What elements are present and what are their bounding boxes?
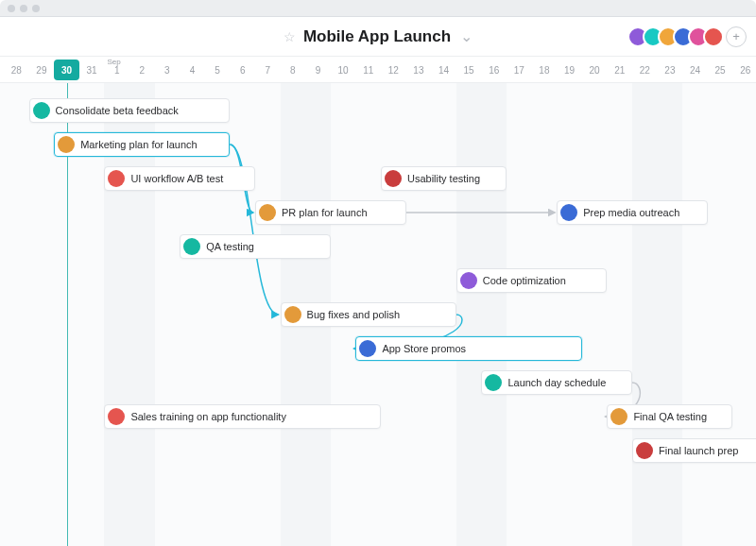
date-cell[interactable]: 11 [355, 57, 381, 83]
window-minimize-dot[interactable] [20, 5, 27, 12]
app-window: ☆ Mobile App Launch ⌄ + Sep 282930311234… [0, 0, 756, 546]
date-cell[interactable]: 6 [230, 57, 255, 83]
assignee-avatar [359, 340, 376, 357]
assignee-avatar [636, 442, 653, 459]
task-bar[interactable]: Sales training on app functionality [104, 404, 381, 429]
date-cell[interactable]: 19 [557, 57, 582, 83]
date-cell[interactable]: 8 [281, 57, 306, 83]
task-label: Usability testing [407, 173, 480, 184]
task-bar[interactable]: Consolidate beta feedback [29, 98, 231, 123]
task-bar[interactable]: PR plan for launch [255, 200, 406, 225]
project-members: + [633, 26, 747, 47]
assignee-avatar [385, 170, 402, 187]
date-cell[interactable]: 21 [607, 57, 632, 83]
date-cell[interactable]: 25 [708, 57, 733, 83]
window-titlebar [0, 0, 756, 17]
date-cell[interactable]: 12 [381, 57, 406, 83]
task-bar[interactable]: Launch day schedule [481, 370, 632, 395]
date-cell[interactable]: 10 [331, 57, 356, 83]
weekend-band [632, 83, 682, 546]
task-label: Final launch prep [659, 445, 738, 456]
date-cell[interactable]: 5 [205, 57, 231, 83]
assignee-avatar [259, 204, 276, 221]
date-cell[interactable]: 17 [507, 57, 532, 83]
date-cell[interactable]: 9 [305, 57, 331, 83]
date-cell[interactable]: 3 [155, 57, 180, 83]
task-label: Consolidate beta feedback [56, 105, 179, 116]
task-label: Code optimization [483, 275, 566, 286]
date-cell[interactable]: 7 [255, 57, 281, 83]
assignee-avatar [108, 408, 125, 425]
date-cell[interactable]: 23 [658, 57, 683, 83]
date-cell[interactable]: 24 [682, 57, 708, 83]
task-bar[interactable]: Final launch prep [632, 438, 756, 463]
assignee-avatar [610, 408, 627, 425]
star-icon[interactable]: ☆ [284, 29, 296, 44]
project-title: Mobile App Launch [303, 27, 451, 46]
task-bar[interactable]: Code optimization [456, 268, 608, 293]
timeline-canvas[interactable]: Sep 282930311234567891011121314151617181… [0, 57, 756, 546]
date-cell[interactable]: 16 [481, 57, 507, 83]
task-label: Sales training on app functionality [130, 411, 286, 422]
date-axis: Sep 282930311234567891011121314151617181… [0, 57, 756, 83]
assignee-avatar [33, 102, 50, 119]
date-cell[interactable]: 29 [29, 57, 55, 83]
task-bar[interactable]: Prep media outreach [557, 200, 708, 225]
task-label: Final QA testing [633, 411, 707, 422]
assignee-avatar [485, 374, 502, 391]
date-cell[interactable]: 15 [456, 57, 482, 83]
weekend-band [456, 83, 507, 546]
date-cell[interactable]: 13 [406, 57, 432, 83]
task-label: App Store promos [382, 343, 466, 354]
assignee-avatar [284, 306, 301, 323]
assignee-avatar [108, 170, 125, 187]
task-label: QA testing [206, 241, 254, 252]
task-bar[interactable]: QA testing [180, 234, 331, 259]
date-cell[interactable]: 14 [431, 57, 456, 83]
task-bar[interactable]: Marketing plan for launch [54, 132, 230, 157]
task-bar[interactable]: UI workflow A/B test [104, 166, 255, 191]
task-bar[interactable]: Final QA testing [607, 404, 732, 429]
date-cell[interactable]: 2 [129, 57, 155, 83]
date-cell[interactable]: 4 [180, 57, 205, 83]
chevron-down-icon[interactable]: ⌄ [460, 27, 472, 45]
assignee-avatar [460, 272, 477, 289]
date-cell[interactable]: 1 [104, 57, 129, 83]
date-cell[interactable]: 20 [582, 57, 608, 83]
task-label: UI workflow A/B test [130, 173, 223, 184]
task-label: Prep media outreach [583, 207, 679, 218]
task-label: Marketing plan for launch [80, 139, 198, 150]
add-member-button[interactable]: + [726, 26, 747, 47]
date-cell[interactable]: 22 [632, 57, 658, 83]
assignee-avatar [560, 204, 577, 221]
window-zoom-dot[interactable] [32, 5, 40, 12]
task-bar[interactable]: Bug fixes and polish [281, 302, 456, 327]
date-cell[interactable]: 26 [732, 57, 756, 83]
assignee-avatar [183, 238, 200, 255]
task-label: Bug fixes and polish [307, 309, 400, 320]
date-cell[interactable]: 31 [79, 57, 105, 83]
date-cell[interactable]: 28 [4, 57, 29, 83]
date-cell[interactable]: 18 [532, 57, 558, 83]
task-bar[interactable]: Usability testing [381, 166, 507, 191]
member-avatar[interactable] [703, 26, 724, 47]
task-bar[interactable]: App Store promos [355, 336, 581, 361]
assignee-avatar [58, 136, 75, 153]
task-label: PR plan for launch [282, 207, 368, 218]
task-label: Launch day schedule [507, 377, 606, 388]
project-header: ☆ Mobile App Launch ⌄ + [0, 17, 756, 57]
window-close-dot[interactable] [8, 5, 15, 12]
date-cell[interactable]: 30 [54, 60, 79, 80]
